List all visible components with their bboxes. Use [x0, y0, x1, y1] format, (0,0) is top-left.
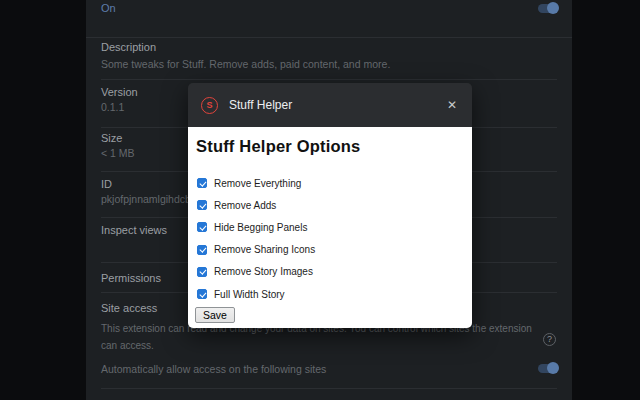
auto-allow-label: Automatically allow access on the follow… — [101, 363, 326, 376]
checkbox-full-width-story[interactable] — [197, 289, 207, 299]
option-label: Hide Begging Panels — [214, 222, 307, 233]
checkbox-remove-everything[interactable] — [197, 178, 207, 188]
option-row: Hide Begging Panels — [197, 216, 315, 238]
toggle-knob — [547, 362, 559, 374]
option-label: Remove Story Images — [214, 266, 313, 277]
option-label: Remove Everything — [214, 178, 301, 189]
divider — [101, 388, 557, 389]
option-row: Remove Everything — [197, 172, 315, 194]
toggle-knob — [547, 2, 559, 14]
version-value: 0.1.1 — [101, 101, 124, 114]
option-row: Remove Sharing Icons — [197, 239, 315, 261]
inspect-views-label: Inspect views — [101, 224, 167, 237]
dialog-body: Stuff Helper Options Remove Everything R… — [188, 127, 472, 328]
option-row: Full Width Story — [197, 283, 315, 305]
checkmark-icon — [199, 290, 206, 297]
divider — [101, 79, 557, 80]
size-label: Size — [101, 132, 122, 145]
dialog-title: Stuff Helper — [229, 98, 292, 112]
option-label: Remove Adds — [214, 200, 276, 211]
close-icon[interactable]: ✕ — [445, 97, 459, 113]
help-icon[interactable]: ? — [543, 333, 556, 346]
checkbox-remove-adds[interactable] — [197, 200, 207, 210]
option-label: Full Width Story — [214, 289, 285, 300]
checkbox-hide-begging-panels[interactable] — [197, 222, 207, 232]
size-value: < 1 MB — [101, 147, 135, 160]
options-dialog: S Stuff Helper ✕ Stuff Helper Options Re… — [188, 83, 472, 328]
version-label: Version — [101, 86, 138, 99]
extension-icon: S — [201, 97, 218, 114]
id-value: pkjofpjnnamlgihdcbi — [101, 193, 193, 206]
checkbox-remove-story-images[interactable] — [197, 267, 207, 277]
option-label: Remove Sharing Icons — [214, 244, 315, 255]
option-row: Remove Story Images — [197, 261, 315, 283]
site-access-label: Site access — [101, 302, 157, 315]
permissions-label: Permissions — [101, 272, 161, 285]
dialog-header: S Stuff Helper ✕ — [188, 83, 472, 127]
checkmark-icon — [199, 246, 206, 253]
options-heading: Stuff Helper Options — [196, 137, 360, 156]
id-label: ID — [101, 178, 112, 191]
save-button[interactable]: Save — [195, 307, 235, 323]
checkmark-icon — [199, 268, 206, 275]
description-value: Some tweaks for Stuff. Remove adds, paid… — [101, 58, 390, 71]
checkbox-remove-sharing-icons[interactable] — [197, 245, 207, 255]
enabled-state-label: On — [101, 2, 116, 15]
auto-allow-toggle[interactable] — [538, 364, 558, 373]
divider — [86, 37, 572, 38]
option-row: Remove Adds — [197, 194, 315, 216]
extension-enabled-toggle[interactable] — [538, 4, 558, 13]
checkmark-icon — [199, 201, 206, 208]
checkmark-icon — [199, 179, 206, 186]
options-list: Remove Everything Remove Adds Hide Beggi… — [197, 172, 315, 305]
description-label: Description — [101, 41, 156, 54]
checkmark-icon — [199, 224, 206, 231]
